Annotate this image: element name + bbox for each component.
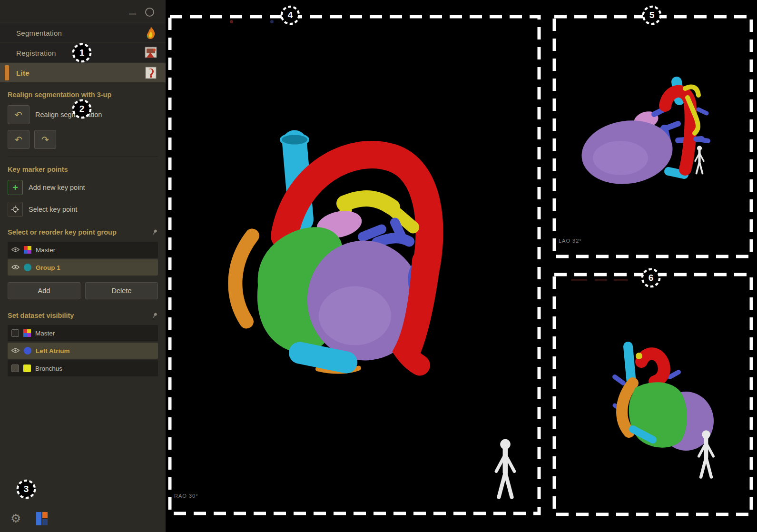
list-item[interactable]: Master: [8, 242, 158, 258]
callout-2: 2: [71, 98, 93, 120]
segmentation-flame-icon: [144, 26, 158, 40]
list-item[interactable]: Bronchus: [8, 360, 158, 376]
group-buttons: Add Delete: [8, 282, 158, 299]
minimize-icon[interactable]: —: [129, 10, 136, 18]
add-key-point-label: Add new key point: [29, 184, 85, 191]
visibility-list: Master Left Atrium Bronchus: [8, 325, 158, 376]
callout-3: 3: [15, 478, 37, 500]
toolbar-smudge: [571, 279, 587, 281]
main-3d-view[interactable]: RAO 30°: [167, 14, 541, 516]
key-points-panel-title: Key marker points: [8, 166, 158, 173]
toolbar-dot-icon: [270, 20, 274, 23]
add-button[interactable]: Add: [8, 282, 80, 299]
module-label: Lite: [16, 69, 29, 77]
list-item-selected[interactable]: Group 1: [8, 259, 158, 276]
left-atrium-color-swatch: [24, 347, 31, 355]
visibility-panel-title-row: Set dataset visibility: [8, 312, 158, 319]
bronchus-color-swatch: [23, 365, 31, 372]
aorta-red: [641, 354, 664, 382]
callout-5: 5: [641, 4, 663, 26]
heart-model-main: [205, 107, 471, 404]
toolbar-dot-icon: [230, 20, 233, 23]
realign-icon[interactable]: ↶: [8, 105, 29, 124]
eye-icon[interactable]: [11, 246, 20, 254]
bottom-right-3d-view[interactable]: [552, 272, 754, 517]
undo-icon[interactable]: ↶: [8, 130, 29, 149]
pin-icon[interactable]: [152, 229, 158, 236]
lite-icon: [144, 66, 158, 80]
orientation-label: LAO 32°: [559, 238, 582, 244]
ivc-cyan: [300, 353, 346, 363]
eye-icon[interactable]: [11, 346, 20, 355]
group-panel-title-row: Select or reorder key point group: [8, 228, 158, 236]
pin-icon[interactable]: [152, 312, 158, 320]
orientation-figure-icon: [695, 429, 718, 479]
sidebar-topbar: —: [0, 0, 166, 22]
realign-panel-title: Realign segmentation with 3-up: [8, 91, 158, 99]
callout-number: 3: [15, 478, 37, 500]
callout-6: 6: [640, 267, 662, 289]
heart-model-top-right: [571, 57, 733, 228]
orientation-label: RAO 30°: [174, 493, 198, 499]
multicolor-swatch: [24, 246, 31, 254]
toolbar-smudge: [595, 279, 607, 281]
callout-number: 2: [71, 98, 93, 120]
add-key-point-row[interactable]: + Add new key point: [8, 180, 158, 195]
group-panel-title: Select or reorder key point group: [8, 228, 117, 236]
sidebar: — Segmentation Registration Lite Realign…: [0, 0, 166, 532]
add-key-point-icon[interactable]: +: [8, 180, 23, 195]
sidebar-bottom-icons: ⚙: [10, 512, 48, 524]
select-key-point-icon[interactable]: [8, 202, 23, 217]
rv-green: [629, 382, 687, 447]
sidebar-item-lite[interactable]: Lite: [0, 63, 166, 82]
svc-opening: [281, 134, 308, 146]
help-icon[interactable]: [145, 8, 154, 17]
group-color-swatch: [24, 264, 31, 271]
callout-number: 5: [641, 4, 663, 26]
redo-icon[interactable]: ↷: [34, 130, 56, 149]
module-label: Segmentation: [16, 29, 62, 37]
callout-1: 1: [71, 42, 93, 64]
multicolor-swatch: [23, 329, 31, 337]
toolbar-smudge: [614, 279, 628, 281]
group-row-label: Group 1: [36, 264, 60, 271]
orientation-figure-icon: [491, 438, 520, 500]
delete-button[interactable]: Delete: [85, 282, 158, 299]
callout-4: 4: [279, 4, 301, 26]
tool-panel: Realign segmentation with 3-up ↶ Realign…: [0, 91, 166, 376]
list-item-selected[interactable]: Left Atrium: [8, 343, 158, 359]
module-label: Registration: [16, 49, 56, 57]
select-key-point-label: Select key point: [29, 206, 77, 213]
top-right-3d-view[interactable]: LAO 32°: [552, 14, 754, 259]
app-logo: [36, 512, 48, 524]
callout-number: 4: [279, 4, 301, 26]
realign-step-buttons: ↶ ↷: [8, 130, 158, 149]
divider: [8, 157, 158, 157]
callout-number: 1: [71, 42, 93, 64]
key-point-group-list: Master Group 1: [8, 242, 158, 276]
pa-yellow: [636, 353, 642, 359]
select-key-point-row[interactable]: Select key point: [8, 202, 158, 217]
callout-number: 6: [640, 267, 662, 289]
heart-model-bottom-right: [561, 286, 752, 495]
visibility-checkbox[interactable]: [11, 365, 19, 372]
visibility-row-label: Bronchus: [35, 365, 62, 372]
sidebar-item-segmentation[interactable]: Segmentation: [0, 23, 166, 42]
application-window: — Segmentation Registration Lite Realign…: [0, 0, 757, 532]
lv-highlight: [319, 286, 391, 345]
eye-icon[interactable]: [11, 263, 20, 272]
list-item[interactable]: Master: [8, 325, 158, 341]
active-accent-bar: [5, 65, 9, 80]
orientation-figure-icon: [692, 145, 707, 175]
visibility-panel-title: Set dataset visibility: [8, 312, 74, 319]
visibility-checkbox[interactable]: [11, 329, 19, 337]
lv-highlight: [593, 141, 648, 175]
visibility-row-label: Left Atrium: [36, 347, 70, 355]
visibility-row-label: Master: [35, 330, 55, 337]
registration-icon: [144, 46, 158, 60]
settings-gear-icon[interactable]: ⚙: [10, 512, 21, 524]
group-row-label: Master: [36, 246, 55, 254]
